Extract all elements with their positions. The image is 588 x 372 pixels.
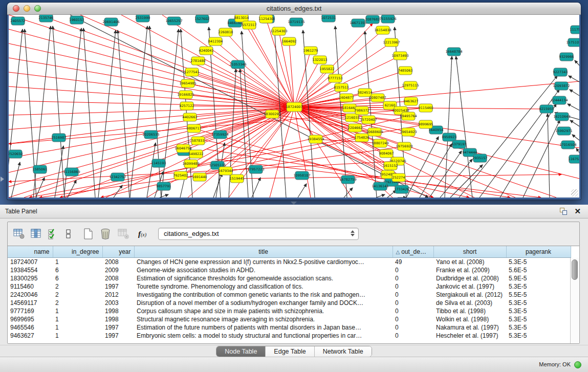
table-cell[interactable]: Nakamura et al. (1997) — [433, 323, 506, 332]
tab-network-table[interactable]: Network Table — [315, 346, 372, 357]
rows-icon[interactable] — [64, 226, 79, 242]
table-cell[interactable]: 18724007 — [8, 258, 53, 267]
red-edge[interactable] — [9, 58, 294, 107]
table-cell[interactable]: 1998 — [102, 315, 134, 323]
panel-collapse-arrow-icon[interactable] — [1, 177, 4, 182]
table-cell[interactable]: 5.3E-5 — [506, 332, 571, 340]
table-cell[interactable]: 0 — [393, 315, 433, 323]
black-edge[interactable] — [376, 194, 385, 198]
column-visibility-icon[interactable] — [29, 226, 45, 242]
table-row[interactable]: 1830029562008Estimation of significance … — [8, 274, 571, 282]
column-header-short[interactable]: short — [433, 246, 506, 258]
red-edge[interactable] — [9, 29, 294, 107]
table-cell[interactable]: 2003 — [102, 299, 134, 307]
table-cell[interactable]: 5.3E-5 — [506, 315, 571, 323]
red-edge[interactable] — [294, 107, 579, 179]
table-cell[interactable]: Wolkin et al. (1998) — [433, 315, 506, 323]
black-edge[interactable] — [500, 104, 556, 198]
table-cell[interactable]: 5.3E-5 — [506, 258, 571, 267]
black-edge[interactable] — [98, 30, 116, 198]
table-cell[interactable]: 1 — [53, 258, 102, 267]
table-cell[interactable]: Franke et al. (2009) — [433, 266, 506, 274]
table-row[interactable]: 977716911998Corpus callosum shape and si… — [8, 307, 571, 315]
table-cell[interactable]: 6 — [53, 274, 102, 282]
table-row[interactable]: 969969511998Structural magnetic resonanc… — [8, 315, 571, 323]
table-cell[interactable]: 0 — [393, 266, 433, 274]
table-cell[interactable]: Stergiakouli et al. (2012) — [433, 291, 506, 299]
table-cell[interactable]: 9465546 — [8, 323, 53, 332]
black-edge[interactable] — [575, 60, 579, 68]
black-edge[interactable] — [213, 173, 222, 198]
table-cell[interactable]: 2 — [53, 299, 102, 307]
table-cell[interactable]: 0 — [393, 291, 433, 299]
table-cell[interactable]: 5.3E-5 — [506, 307, 571, 315]
table-cell[interactable]: Dudbridge et al. (2008) — [433, 274, 506, 282]
close-window-icon[interactable] — [13, 5, 19, 12]
black-edge[interactable] — [147, 143, 156, 198]
delete-icon[interactable] — [99, 226, 114, 242]
table-cell[interactable]: 2 — [53, 291, 102, 299]
table-row[interactable]: 2242004622012Investigating the contribut… — [8, 291, 571, 299]
table-cell[interactable]: 9115460 — [8, 282, 53, 291]
table-row[interactable]: 946554611997Estimation of the future num… — [8, 323, 571, 332]
black-edge[interactable] — [118, 30, 129, 198]
table-cell[interactable]: 5.3E-5 — [506, 282, 571, 291]
table-cell[interactable]: Tourette syndrome. Phenomenology and cla… — [134, 282, 393, 291]
red-edge[interactable] — [192, 72, 294, 107]
table-cell[interactable]: 9777169 — [8, 307, 53, 315]
table-cell[interactable]: Genome-wide association studies in ADHD. — [134, 266, 393, 274]
table-cell[interactable]: 6 — [53, 266, 102, 274]
table-cell[interactable]: 1 — [53, 307, 102, 315]
column-header-name[interactable]: name — [8, 246, 53, 258]
table-cell[interactable]: 1997 — [102, 282, 134, 291]
column-header-in_degree[interactable]: in_degree — [53, 246, 102, 258]
function-builder-icon[interactable]: f(x) — [134, 230, 151, 238]
black-edge[interactable] — [11, 162, 20, 198]
black-edge[interactable] — [298, 184, 307, 198]
table-cell[interactable]: 1 — [53, 323, 102, 332]
table-cell[interactable]: 2012 — [102, 291, 134, 299]
close-panel-icon[interactable]: ✕ — [574, 206, 581, 216]
tab-node-table[interactable]: Node Table — [216, 346, 266, 357]
table-cell[interactable]: 1 — [53, 315, 102, 323]
black-edge[interactable] — [570, 120, 579, 128]
table-cell[interactable]: 0 — [393, 332, 433, 340]
black-edge[interactable] — [445, 56, 452, 198]
red-edge[interactable] — [9, 107, 294, 129]
table-cell[interactable]: 0 — [393, 299, 433, 307]
table-cell[interactable]: Estimation of the future numbers of pati… — [134, 323, 393, 332]
table-cell[interactable]: Investigating the contribution of common… — [134, 291, 393, 299]
table-cell[interactable]: 2009 — [102, 266, 134, 274]
column-header-year[interactable]: year — [102, 246, 134, 258]
table-cell[interactable]: 9463627 — [8, 332, 53, 340]
table-cell[interactable]: 1997 — [102, 323, 134, 332]
table-cell[interactable]: 14569117 — [8, 299, 53, 307]
table-cell[interactable]: Disruption of a novel member of a sodium… — [134, 299, 393, 307]
float-window-icon[interactable] — [560, 208, 567, 215]
table-cell[interactable]: 5.6E-5 — [506, 266, 571, 274]
network-window-titlebar[interactable]: citations_edges.txt — [7, 3, 581, 15]
table-settings-icon[interactable] — [12, 226, 27, 242]
tab-edge-table[interactable]: Edge Table — [266, 346, 314, 357]
table-cell[interactable]: 1998 — [102, 307, 134, 315]
table-cell[interactable]: 0 — [393, 282, 433, 291]
table-scrollbar[interactable] — [570, 258, 579, 343]
column-header-out_de[interactable]: △out_de… — [393, 246, 433, 258]
table-cell[interactable]: Estimation of significance thresholds fo… — [134, 274, 393, 282]
table-row[interactable]: 946362711997Embryonic stem cells: a mode… — [8, 332, 571, 340]
new-column-icon[interactable] — [81, 226, 97, 242]
resize-grip[interactable] — [571, 189, 578, 196]
table-cell[interactable]: Corpus callosum shape and size in male p… — [134, 307, 393, 315]
table-cell[interactable]: 5.3E-5 — [506, 323, 571, 332]
table-cell[interactable]: 2 — [53, 282, 102, 291]
red-edge[interactable] — [289, 41, 294, 107]
table-cell[interactable]: 0 — [393, 307, 433, 315]
table-cell[interactable]: 5.5E-5 — [506, 291, 571, 299]
black-edge[interactable] — [429, 151, 462, 198]
table-cell[interactable]: 1997 — [102, 332, 134, 340]
table-cell[interactable]: Jankovic et al. (1997) — [433, 282, 506, 291]
table-cell[interactable]: Structural magnetic resonance image aver… — [134, 315, 393, 323]
table-cell[interactable]: 9699695 — [8, 315, 53, 323]
table-cell[interactable]: 19384554 — [8, 266, 53, 274]
table-cell[interactable]: 18300295 — [8, 274, 53, 282]
